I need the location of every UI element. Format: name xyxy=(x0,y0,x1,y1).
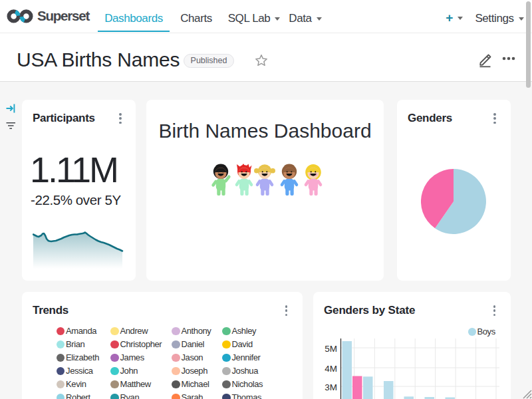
svg-text:5M: 5M xyxy=(325,344,337,354)
svg-text:4M: 4M xyxy=(325,364,337,374)
svg-text:3M: 3M xyxy=(325,382,337,392)
